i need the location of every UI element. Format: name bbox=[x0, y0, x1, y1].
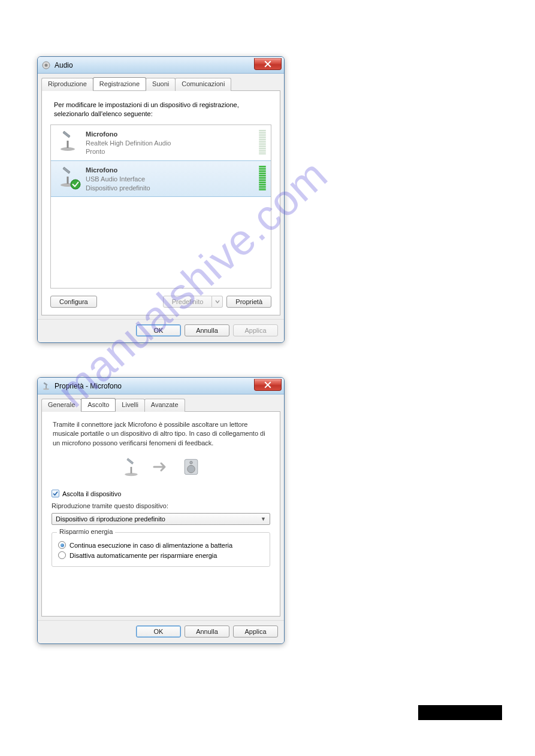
ok-button[interactable]: OK bbox=[136, 324, 181, 336]
recording-bottom-row: Configura Predefinito Proprietà bbox=[50, 296, 271, 308]
page-number-box bbox=[418, 705, 502, 720]
properties-button[interactable]: Proprietà bbox=[226, 296, 271, 308]
speaker-icon bbox=[41, 60, 51, 70]
set-default-split-button: Predefinito bbox=[163, 296, 223, 308]
svg-point-13 bbox=[189, 462, 192, 464]
radio-button[interactable] bbox=[58, 551, 66, 559]
device-info: Microfono Realtek High Definition Audio … bbox=[86, 130, 259, 157]
configure-button[interactable]: Configura bbox=[50, 296, 97, 308]
tab-general[interactable]: Generale bbox=[41, 399, 81, 412]
recording-panel: Per modificare le impostazioni di un dis… bbox=[41, 90, 280, 315]
audio-tabs: Riproduzione Registrazione Suoni Comunic… bbox=[41, 77, 284, 90]
tab-recording[interactable]: Registrazione bbox=[93, 77, 146, 90]
listen-checkbox[interactable] bbox=[52, 490, 59, 497]
properties-dialog-footer: OK Annulla Applica bbox=[38, 620, 284, 643]
power-option-label: Disattiva automaticamente per risparmiar… bbox=[69, 552, 217, 559]
svg-point-6 bbox=[71, 180, 80, 189]
microphone-icon bbox=[56, 129, 80, 153]
power-option-label: Continua esecuzione in caso di alimentaz… bbox=[69, 542, 232, 549]
playback-device-select[interactable]: Dispositivo di riproduzione predefinito … bbox=[52, 513, 270, 525]
device-info: Microfono USB Audio Interface Dispositiv… bbox=[86, 166, 259, 193]
svg-rect-10 bbox=[130, 467, 132, 473]
tab-listen[interactable]: Ascolto bbox=[81, 398, 116, 411]
tab-levels[interactable]: Livelli bbox=[115, 399, 145, 412]
tab-sounds[interactable]: Suoni bbox=[146, 78, 176, 91]
svg-rect-5 bbox=[67, 177, 69, 184]
default-device-check-icon bbox=[70, 179, 81, 190]
properties-window-title: Proprietà - Microfono bbox=[55, 382, 122, 390]
playback-device-selected: Dispositivo di riproduzione predefinito bbox=[56, 515, 165, 523]
mic-properties-dialog: Proprietà - Microfono Generale Ascolto L… bbox=[37, 377, 285, 644]
ok-button[interactable]: OK bbox=[136, 626, 181, 637]
set-default-button[interactable]: Predefinito bbox=[163, 296, 213, 308]
device-row[interactable]: Microfono USB Audio Interface Dispositiv… bbox=[51, 160, 271, 197]
close-button[interactable] bbox=[254, 58, 282, 70]
apply-button[interactable]: Applica bbox=[233, 324, 278, 336]
listen-description: Tramite il connettore jack Microfono è p… bbox=[53, 420, 269, 448]
mic-illustration-icon bbox=[120, 456, 142, 479]
listen-checkbox-label: Ascolta il dispositivo bbox=[62, 490, 121, 497]
svg-point-7 bbox=[43, 388, 49, 389]
tab-playback[interactable]: Riproduzione bbox=[41, 78, 93, 91]
level-meter bbox=[259, 130, 266, 154]
power-option-continue[interactable]: Continua esecuzione in caso di alimentaz… bbox=[58, 541, 264, 549]
microphone-icon bbox=[56, 165, 80, 189]
arrow-right-icon bbox=[153, 462, 170, 473]
svg-point-12 bbox=[187, 465, 195, 473]
properties-tabs: Generale Ascolto Livelli Avanzate bbox=[41, 398, 284, 411]
audio-window-title: Audio bbox=[55, 61, 73, 69]
device-status: Pronto bbox=[86, 147, 259, 156]
cancel-button[interactable]: Annulla bbox=[185, 626, 229, 637]
svg-rect-8 bbox=[46, 385, 46, 388]
listen-illustration bbox=[52, 456, 270, 479]
properties-titlebar[interactable]: Proprietà - Microfono bbox=[38, 378, 284, 394]
speaker-illustration-icon bbox=[180, 456, 202, 479]
playback-through-label: Riproduzione tramite questo dispositivo: bbox=[52, 502, 270, 509]
device-name: Microfono bbox=[86, 130, 259, 139]
device-name: Microfono bbox=[86, 166, 259, 175]
device-detail: Realtek High Definition Audio bbox=[86, 139, 259, 148]
instructions-text: Per modificare le impostazioni di un dis… bbox=[54, 101, 268, 119]
tab-advanced[interactable]: Avanzate bbox=[144, 399, 185, 412]
chevron-down-icon[interactable] bbox=[212, 296, 223, 308]
device-status: Dispositivo predefinito bbox=[86, 184, 259, 193]
svg-point-1 bbox=[45, 63, 48, 66]
recording-device-list[interactable]: Microfono Realtek High Definition Audio … bbox=[50, 125, 271, 289]
power-management-legend: Risparmio energia bbox=[57, 528, 115, 535]
svg-rect-3 bbox=[67, 141, 69, 148]
audio-titlebar[interactable]: Audio bbox=[38, 57, 284, 74]
close-button[interactable] bbox=[254, 379, 282, 391]
audio-dialog-footer: OK Annulla Applica bbox=[38, 319, 284, 342]
apply-button[interactable]: Applica bbox=[233, 626, 278, 637]
device-row[interactable]: Microfono Realtek High Definition Audio … bbox=[51, 125, 271, 161]
device-detail: USB Audio Interface bbox=[86, 175, 259, 184]
power-option-disable[interactable]: Disattiva automaticamente per risparmiar… bbox=[58, 551, 264, 559]
chevron-down-icon: ▼ bbox=[261, 516, 266, 522]
listen-checkbox-row[interactable]: Ascolta il dispositivo bbox=[52, 490, 270, 497]
microphone-small-icon bbox=[41, 381, 51, 391]
level-meter bbox=[259, 166, 266, 190]
audio-dialog: Audio Riproduzione Registrazione Suoni C… bbox=[37, 56, 285, 343]
power-management-group: Risparmio energia Continua esecuzione in… bbox=[52, 532, 270, 567]
tab-communications[interactable]: Comunicazioni bbox=[175, 78, 231, 91]
radio-button[interactable] bbox=[58, 541, 66, 549]
listen-panel: Tramite il connettore jack Microfono è p… bbox=[41, 411, 280, 617]
cancel-button[interactable]: Annulla bbox=[185, 324, 229, 336]
